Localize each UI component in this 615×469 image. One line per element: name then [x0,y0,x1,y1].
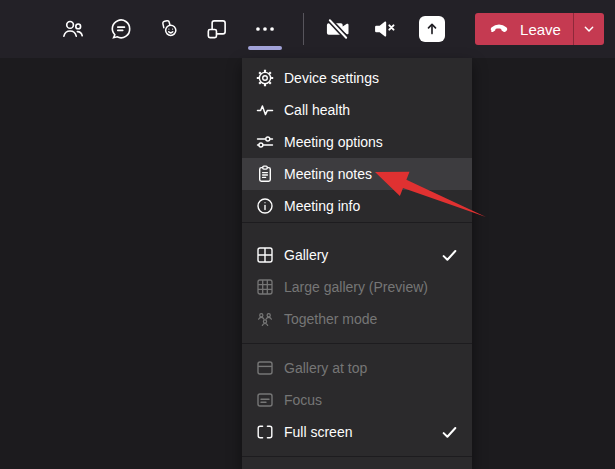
camera-off-icon [324,15,352,43]
share-icon [419,16,445,42]
reactions-icon [156,16,182,42]
menu-item-meeting-options[interactable]: Meeting options [242,126,472,158]
menu-item-label: Meeting info [284,198,360,214]
menu-item-focus: Focus [242,384,472,416]
menu-item-gallery[interactable]: Gallery [242,239,472,271]
menu-item-gallery-at-top: Gallery at top [242,352,472,384]
menu-item-label: Large gallery (Preview) [284,279,428,295]
share-icon-plate [419,16,445,42]
share-content-button[interactable] [412,9,452,49]
chevron-down-icon [581,21,597,37]
menu-item-label: Gallery at top [284,360,367,376]
menu-section-divider [242,456,472,457]
menu-item-meeting-info[interactable]: Meeting info [242,190,472,222]
more-actions-button[interactable] [245,9,285,49]
menu-item-label: Meeting notes [284,166,372,182]
menu-item-label: Device settings [284,70,379,86]
large-gallery-icon [255,277,275,297]
breakout-rooms-icon [204,16,230,42]
toolbar-left-group [53,9,285,49]
gear-icon [255,68,275,88]
chat-icon [108,16,134,42]
people-icon [60,16,86,42]
info-icon [255,196,275,216]
leave-label: Leave [520,21,561,38]
checkmark-icon [441,424,458,441]
leave-button-main[interactable]: Leave [475,13,573,45]
menu-item-label: Full screen [284,424,352,440]
menu-section-divider [242,343,472,344]
audio-off-button[interactable] [365,9,405,49]
leave-options-button[interactable] [574,13,604,45]
checkmark-icon [441,247,458,264]
meeting-toolbar: Leave [0,0,615,58]
menu-item-label: Focus [284,392,322,408]
phone-hangup-icon [487,17,511,41]
menu-item-meeting-notes[interactable]: Meeting notes [242,158,472,190]
toolbar-right-group [318,9,452,49]
menu-item-label: Meeting options [284,134,383,150]
menu-item-label: Together mode [284,311,377,327]
meeting-options-icon [255,132,275,152]
menu-item-full-screen[interactable]: Full screen [242,416,472,448]
call-health-icon [255,100,275,120]
more-icon [252,16,278,42]
menu-item-large-gallery-preview: Large gallery (Preview) [242,271,472,303]
menu-item-call-health[interactable]: Call health [242,94,472,126]
speaker-muted-icon [371,15,399,43]
together-mode-icon [255,309,275,329]
toolbar-divider [303,13,304,45]
gallery-at-top-icon [255,358,275,378]
more-actions-menu: Device settingsCall healthMeeting option… [242,58,472,469]
camera-off-button[interactable] [318,9,358,49]
participants-button[interactable] [53,9,93,49]
menu-item-label: Gallery [284,247,328,263]
leave-button[interactable]: Leave [475,13,604,45]
menu-section-divider [242,222,472,223]
active-tool-indicator [248,46,282,50]
menu-item-label: Call health [284,102,350,118]
breakout-rooms-button[interactable] [197,9,237,49]
focus-icon [255,390,275,410]
menu-item-together-mode: Together mode [242,303,472,335]
meeting-notes-icon [255,164,275,184]
teams-meeting-window: Leave Device settingsCall healthMeeting … [0,0,615,469]
full-screen-icon [255,422,275,442]
chat-button[interactable] [101,9,141,49]
menu-item-device-settings[interactable]: Device settings [242,62,472,94]
gallery-icon [255,245,275,265]
reactions-button[interactable] [149,9,189,49]
